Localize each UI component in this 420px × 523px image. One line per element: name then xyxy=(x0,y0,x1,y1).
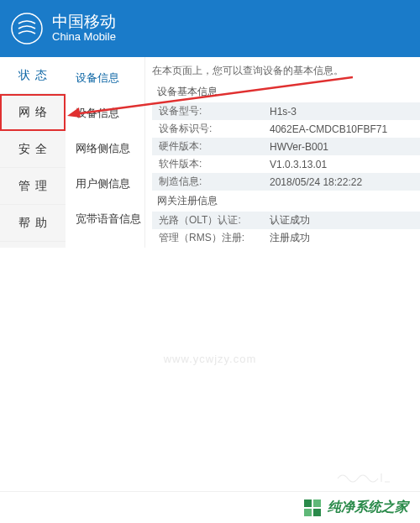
scribble-icon xyxy=(336,467,395,485)
subnav-item-device-info-2[interactable]: 设备信息 xyxy=(66,96,144,131)
row-value: 4062EA-CMDCB10FBF71 xyxy=(270,123,420,135)
table-row: 硬件版本: HWVer-B001 xyxy=(152,138,420,155)
footer-brand: 纯净系统之家 xyxy=(328,499,408,516)
subnav-item-network-side[interactable]: 网络侧信息 xyxy=(66,131,144,166)
svg-rect-5 xyxy=(304,509,312,516)
row-value: 2018/05/24 18:22:22 xyxy=(270,176,420,188)
section-title-register: 网关注册信息 xyxy=(157,194,420,208)
row-value: H1s-3 xyxy=(270,106,420,118)
table-row: 制造信息: 2018/05/24 18:22:22 xyxy=(152,173,420,191)
row-label: 制造信息: xyxy=(152,175,270,189)
subnav-item-broadband-voice[interactable]: 宽带语音信息 xyxy=(66,201,144,237)
subnav-item-device-info[interactable]: 设备信息 xyxy=(66,60,144,96)
main-area: 状态 网络 安全 管理 帮助 设备信息 设备信息 网络侧信息 用户侧信息 宽带语… xyxy=(0,57,420,248)
row-value: HWVer-B001 xyxy=(270,141,420,153)
table-row: 设备型号: H1s-3 xyxy=(152,102,420,120)
row-label: 设备型号: xyxy=(152,104,270,118)
row-label: 软件版本: xyxy=(152,157,270,171)
row-value: 认证成功 xyxy=(270,213,420,228)
row-label: 硬件版本: xyxy=(152,139,270,154)
row-label: 管理（RMS）注册: xyxy=(152,231,270,245)
sidebar-item-manage[interactable]: 管理 xyxy=(0,168,66,205)
register-info-table: 光路（OLT）认证: 认证成功 管理（RMS）注册: 注册成功 xyxy=(152,212,420,247)
basic-info-table: 设备型号: H1s-3 设备标识号: 4062EA-CMDCB10FBF71 硬… xyxy=(152,102,420,191)
svg-rect-6 xyxy=(313,509,321,516)
brand-name-en: China Mobile xyxy=(52,31,116,43)
brand-name-cn: 中国移动 xyxy=(52,13,116,31)
section-title-basic: 设备基本信息 xyxy=(157,85,420,99)
watermark-text: www.ycwjzy.com xyxy=(164,353,257,365)
footer: 纯净系统之家 xyxy=(0,491,420,523)
table-row: 设备标识号: 4062EA-CMDCB10FBF71 xyxy=(152,120,420,138)
table-row: 软件版本: V1.0.3.13.01 xyxy=(152,155,420,173)
sidebar-item-help[interactable]: 帮助 xyxy=(0,205,66,242)
svg-rect-4 xyxy=(313,499,321,507)
footer-logo-icon xyxy=(302,498,323,518)
row-label: 光路（OLT）认证: xyxy=(152,213,270,228)
page-description: 在本页面上，您可以查询设备的基本信息。 xyxy=(152,64,420,78)
row-label: 设备标识号: xyxy=(152,122,270,136)
brand-logo-icon xyxy=(10,12,44,45)
sidebar-item-network[interactable]: 网络 xyxy=(0,94,66,131)
svg-point-0 xyxy=(12,13,42,44)
content-panel: 在本页面上，您可以查询设备的基本信息。 设备基本信息 设备型号: H1s-3 设… xyxy=(145,57,420,248)
sidebar-secondary: 设备信息 设备信息 网络侧信息 用户侧信息 宽带语音信息 xyxy=(66,57,145,248)
svg-rect-3 xyxy=(304,499,312,507)
table-row: 光路（OLT）认证: 认证成功 xyxy=(152,212,420,229)
row-value: V1.0.3.13.01 xyxy=(270,159,420,170)
subnav-item-user-side[interactable]: 用户侧信息 xyxy=(66,166,144,201)
header: 中国移动 China Mobile xyxy=(0,0,420,57)
sidebar-item-security[interactable]: 安全 xyxy=(0,131,66,168)
sidebar-item-status[interactable]: 状态 xyxy=(0,57,66,94)
row-value: 注册成功 xyxy=(270,231,420,245)
table-row: 管理（RMS）注册: 注册成功 xyxy=(152,229,420,247)
sidebar-primary: 状态 网络 安全 管理 帮助 xyxy=(0,57,66,248)
